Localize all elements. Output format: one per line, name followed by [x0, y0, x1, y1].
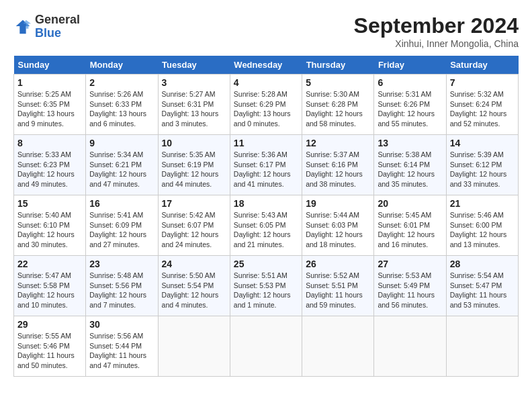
calendar-cell	[446, 316, 518, 377]
weekday-header-monday: Monday	[86, 56, 158, 75]
calendar-cell: 24Sunrise: 5:50 AMSunset: 5:54 PMDayligh…	[158, 256, 230, 316]
day-number: 7	[450, 77, 515, 88]
calendar-cell: 11Sunrise: 5:36 AMSunset: 6:17 PMDayligh…	[230, 135, 302, 195]
calendar-week-2: 8Sunrise: 5:33 AMSunset: 6:23 PMDaylight…	[14, 135, 519, 195]
day-number: 25	[234, 259, 298, 269]
calendar-cell: 15Sunrise: 5:40 AMSunset: 6:10 PMDayligh…	[14, 195, 86, 256]
calendar-cell: 12Sunrise: 5:37 AMSunset: 6:16 PMDayligh…	[302, 135, 374, 195]
day-number: 17	[162, 198, 226, 209]
day-number: 22	[17, 259, 82, 269]
calendar-cell: 18Sunrise: 5:43 AMSunset: 6:05 PMDayligh…	[230, 195, 302, 256]
day-info: Sunrise: 5:51 AMSunset: 5:53 PMDaylight:…	[234, 271, 298, 310]
day-info: Sunrise: 5:40 AMSunset: 6:10 PMDaylight:…	[17, 210, 82, 250]
calendar-cell	[302, 316, 374, 377]
day-number: 26	[306, 259, 370, 269]
day-number: 23	[89, 259, 154, 269]
calendar-week-3: 15Sunrise: 5:40 AMSunset: 6:10 PMDayligh…	[14, 195, 519, 256]
day-info: Sunrise: 5:28 AMSunset: 6:29 PMDaylight:…	[234, 89, 298, 129]
weekday-header-thursday: Thursday	[302, 56, 374, 75]
weekday-header-wednesday: Wednesday	[230, 56, 302, 75]
day-info: Sunrise: 5:45 AMSunset: 6:01 PMDaylight:…	[378, 210, 442, 250]
day-info: Sunrise: 5:50 AMSunset: 5:54 PMDaylight:…	[162, 271, 226, 310]
day-number: 16	[89, 198, 154, 209]
day-info: Sunrise: 5:53 AMSunset: 5:49 PMDaylight:…	[378, 271, 442, 310]
calendar-cell: 25Sunrise: 5:51 AMSunset: 5:53 PMDayligh…	[230, 256, 302, 316]
day-info: Sunrise: 5:31 AMSunset: 6:26 PMDaylight:…	[378, 89, 442, 129]
day-number: 4	[234, 77, 298, 88]
day-number: 8	[17, 138, 82, 148]
day-number: 19	[306, 198, 370, 209]
weekday-header-friday: Friday	[374, 56, 446, 75]
day-number: 21	[450, 198, 515, 209]
month-title: September 2024	[354, 13, 519, 38]
day-number: 1	[17, 77, 82, 88]
calendar-cell: 7Sunrise: 5:32 AMSunset: 6:24 PMDaylight…	[446, 75, 518, 135]
day-info: Sunrise: 5:44 AMSunset: 6:03 PMDaylight:…	[306, 210, 370, 250]
day-number: 9	[89, 138, 154, 148]
weekday-header-sunday: Sunday	[14, 56, 86, 75]
day-info: Sunrise: 5:27 AMSunset: 6:31 PMDaylight:…	[162, 89, 226, 129]
logo-line1: General	[35, 13, 80, 27]
day-number: 12	[306, 138, 370, 148]
day-number: 15	[17, 198, 82, 209]
day-number: 14	[450, 138, 515, 148]
calendar-cell: 16Sunrise: 5:41 AMSunset: 6:09 PMDayligh…	[86, 195, 158, 256]
weekday-header-tuesday: Tuesday	[158, 56, 230, 75]
day-info: Sunrise: 5:35 AMSunset: 6:19 PMDaylight:…	[162, 150, 226, 189]
logo: General Blue	[13, 13, 80, 40]
day-number: 3	[162, 77, 226, 88]
weekday-header-saturday: Saturday	[446, 56, 518, 75]
calendar-cell: 21Sunrise: 5:46 AMSunset: 6:00 PMDayligh…	[446, 195, 518, 256]
day-number: 20	[378, 198, 442, 209]
day-info: Sunrise: 5:33 AMSunset: 6:23 PMDaylight:…	[17, 150, 82, 189]
calendar-week-4: 22Sunrise: 5:47 AMSunset: 5:58 PMDayligh…	[14, 256, 519, 316]
day-number: 13	[378, 138, 442, 148]
calendar-cell: 30Sunrise: 5:56 AMSunset: 5:44 PMDayligh…	[86, 316, 158, 377]
day-number: 11	[234, 138, 298, 148]
location: Xinhui, Inner Mongolia, China	[354, 38, 519, 49]
day-info: Sunrise: 5:41 AMSunset: 6:09 PMDaylight:…	[89, 210, 154, 250]
calendar-cell: 19Sunrise: 5:44 AMSunset: 6:03 PMDayligh…	[302, 195, 374, 256]
calendar-cell: 3Sunrise: 5:27 AMSunset: 6:31 PMDaylight…	[158, 75, 230, 135]
calendar-cell: 5Sunrise: 5:30 AMSunset: 6:28 PMDaylight…	[302, 75, 374, 135]
day-info: Sunrise: 5:43 AMSunset: 6:05 PMDaylight:…	[234, 210, 298, 250]
day-info: Sunrise: 5:38 AMSunset: 6:14 PMDaylight:…	[378, 150, 442, 189]
page-header: General Blue September 2024 Xinhui, Inne…	[13, 13, 519, 49]
day-info: Sunrise: 5:52 AMSunset: 5:51 PMDaylight:…	[306, 271, 370, 310]
calendar-cell	[230, 316, 302, 377]
day-info: Sunrise: 5:39 AMSunset: 6:12 PMDaylight:…	[450, 150, 515, 189]
calendar-cell: 14Sunrise: 5:39 AMSunset: 6:12 PMDayligh…	[446, 135, 518, 195]
day-info: Sunrise: 5:47 AMSunset: 5:58 PMDaylight:…	[17, 271, 82, 310]
day-info: Sunrise: 5:48 AMSunset: 5:56 PMDaylight:…	[89, 271, 154, 310]
day-number: 6	[378, 77, 442, 88]
day-info: Sunrise: 5:25 AMSunset: 6:35 PMDaylight:…	[17, 89, 82, 129]
day-info: Sunrise: 5:26 AMSunset: 6:33 PMDaylight:…	[89, 89, 154, 129]
calendar-cell: 17Sunrise: 5:42 AMSunset: 6:07 PMDayligh…	[158, 195, 230, 256]
calendar-week-1: 1Sunrise: 5:25 AMSunset: 6:35 PMDaylight…	[14, 75, 519, 135]
title-block: September 2024 Xinhui, Inner Mongolia, C…	[354, 13, 519, 49]
day-number: 24	[162, 259, 226, 269]
calendar-cell: 6Sunrise: 5:31 AMSunset: 6:26 PMDaylight…	[374, 75, 446, 135]
calendar-week-5: 29Sunrise: 5:55 AMSunset: 5:46 PMDayligh…	[14, 316, 519, 377]
calendar-cell: 23Sunrise: 5:48 AMSunset: 5:56 PMDayligh…	[86, 256, 158, 316]
day-number: 30	[89, 319, 154, 330]
day-info: Sunrise: 5:46 AMSunset: 6:00 PMDaylight:…	[450, 210, 515, 250]
calendar-cell: 29Sunrise: 5:55 AMSunset: 5:46 PMDayligh…	[14, 316, 86, 377]
day-number: 29	[17, 319, 82, 330]
day-info: Sunrise: 5:56 AMSunset: 5:44 PMDaylight:…	[89, 331, 154, 371]
calendar-cell: 8Sunrise: 5:33 AMSunset: 6:23 PMDaylight…	[14, 135, 86, 195]
calendar-cell: 22Sunrise: 5:47 AMSunset: 5:58 PMDayligh…	[14, 256, 86, 316]
day-number: 27	[378, 259, 442, 269]
day-number: 28	[450, 259, 515, 269]
weekday-header-row: SundayMondayTuesdayWednesdayThursdayFrid…	[14, 56, 519, 75]
calendar-cell: 26Sunrise: 5:52 AMSunset: 5:51 PMDayligh…	[302, 256, 374, 316]
calendar-cell: 27Sunrise: 5:53 AMSunset: 5:49 PMDayligh…	[374, 256, 446, 316]
calendar-cell	[158, 316, 230, 377]
day-number: 10	[162, 138, 226, 148]
day-info: Sunrise: 5:34 AMSunset: 6:21 PMDaylight:…	[89, 150, 154, 189]
calendar-cell: 28Sunrise: 5:54 AMSunset: 5:47 PMDayligh…	[446, 256, 518, 316]
day-info: Sunrise: 5:37 AMSunset: 6:16 PMDaylight:…	[306, 150, 370, 189]
calendar-cell: 1Sunrise: 5:25 AMSunset: 6:35 PMDaylight…	[14, 75, 86, 135]
calendar-cell	[374, 316, 446, 377]
day-info: Sunrise: 5:42 AMSunset: 6:07 PMDaylight:…	[162, 210, 226, 250]
